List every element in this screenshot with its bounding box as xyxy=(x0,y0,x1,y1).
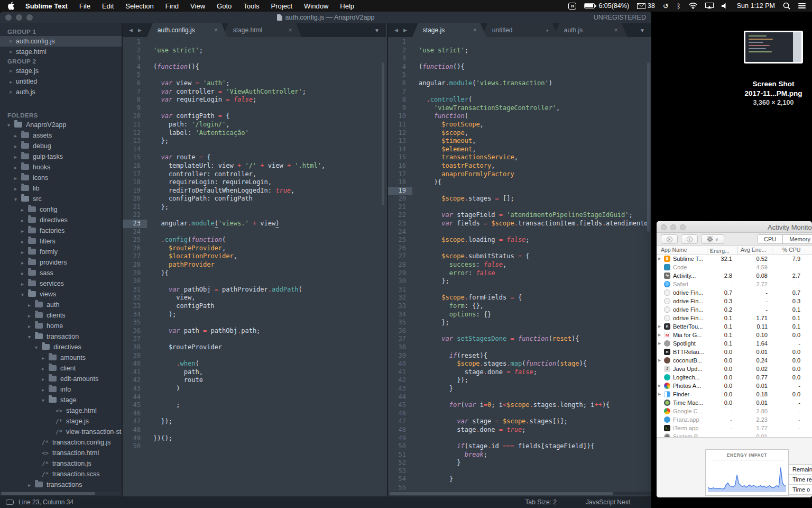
syntax-indicator[interactable]: JavaScript Next xyxy=(586,498,630,506)
disclosure-closed-icon[interactable]: ▸ xyxy=(14,141,20,152)
tab-stage.html[interactable]: stage.html× xyxy=(223,23,302,37)
menu-item-selection[interactable]: Selection xyxy=(119,2,159,10)
chevron-down-icon[interactable]: ▼ xyxy=(640,23,651,37)
tree-item-transaction[interactable]: ▾transaction xyxy=(0,331,122,342)
am-inspect-button[interactable]: i xyxy=(681,234,698,244)
disclosure-closed-icon[interactable]: ▸ xyxy=(42,364,48,374)
arrow-right-icon[interactable]: ▶ xyxy=(138,28,142,33)
tree-item-home[interactable]: ▸home xyxy=(0,321,122,331)
tab-cpu[interactable]: CPU xyxy=(758,235,782,243)
am-process-row[interactable]: Safari-2.72- xyxy=(657,280,812,288)
am-disclosure-icon[interactable]: ▶ xyxy=(658,324,661,329)
editor-left[interactable]: 12'use strict';34(function(){56 var view… xyxy=(123,37,386,496)
menu-item-tools[interactable]: Tools xyxy=(237,2,265,10)
disclosure-closed-icon[interactable]: ▸ xyxy=(42,385,48,395)
panel-toggle-icon[interactable] xyxy=(6,500,14,505)
time-machine-icon[interactable]: ↺ xyxy=(663,2,669,10)
am-process-row[interactable]: ▶SSublime T...32.10.527.9 xyxy=(657,255,812,263)
disclosure-open-icon[interactable]: ▾ xyxy=(7,120,13,131)
disclosure-closed-icon[interactable]: ▸ xyxy=(28,321,34,332)
disclosure-open-icon[interactable]: ▾ xyxy=(28,332,34,342)
right-vscrollbar[interactable] xyxy=(647,62,650,232)
right-hscrollbar[interactable] xyxy=(388,492,651,495)
am-process-row[interactable]: odrive Fin...0.7-0.7 xyxy=(657,288,812,297)
tree-item-icons[interactable]: ▸icons xyxy=(0,173,122,183)
am-process-row[interactable]: System P...-0.01- xyxy=(657,432,812,437)
am-process-row[interactable]: Time Mac...0.00.01- xyxy=(657,398,812,407)
tree-item-gulp-tasks[interactable]: ▸gulp-tasks xyxy=(0,151,122,162)
tree-item-sass[interactable]: ▸sass xyxy=(0,268,122,278)
am-process-row[interactable]: odrive Fin...0.2-0.1 xyxy=(657,305,812,314)
disclosure-closed-icon[interactable]: ▸ xyxy=(42,353,48,364)
arrow-left-icon[interactable]: ◀ xyxy=(394,28,398,33)
disclosure-closed-icon[interactable]: ▸ xyxy=(14,131,20,141)
tree-item-transaction.js[interactable]: /*transaction.js xyxy=(0,458,122,469)
tree-item-hooks[interactable]: ▸hooks xyxy=(0,162,122,173)
am-disclosure-icon[interactable]: ▶ xyxy=(658,341,661,346)
close-icon[interactable]: × xyxy=(289,26,292,34)
tree-item-stage.js[interactable]: /*stage.js xyxy=(0,416,122,427)
tree-item-services[interactable]: ▸services xyxy=(0,278,122,289)
menu-app-name[interactable]: Sublime Text xyxy=(20,2,73,10)
tree-item-clients[interactable]: ▸clients xyxy=(0,310,122,321)
am-disclosure-icon[interactable]: ▶ xyxy=(658,392,661,396)
tree-item-formly[interactable]: ▸formly xyxy=(0,247,122,257)
disclosure-closed-icon[interactable]: ▸ xyxy=(14,152,20,162)
battery-indicator[interactable]: 6:05(84%) xyxy=(584,2,629,10)
tab-size-indicator[interactable]: Tab Size: 2 xyxy=(525,498,557,506)
tree-item-transaction.html[interactable]: <>transaction.html xyxy=(0,448,122,458)
disclosure-closed-icon[interactable]: ▸ xyxy=(21,258,27,268)
notification-center-icon[interactable] xyxy=(798,2,806,10)
tree-item-src[interactable]: ▾src xyxy=(0,194,122,204)
disclosure-closed-icon[interactable]: ▸ xyxy=(21,226,27,237)
menu-item-view[interactable]: View xyxy=(184,2,211,10)
open-file-stage.html[interactable]: ×stage.html xyxy=(0,47,122,57)
disclosure-closed-icon[interactable]: ▸ xyxy=(21,247,27,258)
disclosure-closed-icon[interactable]: ▸ xyxy=(21,215,27,226)
tree-item-stage[interactable]: ▾stage xyxy=(0,395,122,405)
tree-item-lib[interactable]: ▸lib xyxy=(0,183,122,194)
am-process-row[interactable]: ▶coconutB...0.00.240.0 xyxy=(657,356,812,365)
am-process-row[interactable]: JJava Upd...0.00.020.0 xyxy=(657,365,812,373)
tab-stage.js[interactable]: stage.js× xyxy=(412,23,486,37)
am-process-row[interactable]: ▶nBetterTou...0.10.110.1 xyxy=(657,322,812,331)
am-table-header[interactable]: App Name Energ... ∨ Avg Ene... % CPU xyxy=(657,246,812,255)
disclosure-closed-icon[interactable]: ▸ xyxy=(14,184,20,194)
tree-item-transaction.scss[interactable]: /*transaction.scss xyxy=(0,469,122,479)
tree-item-transaction.config.js[interactable]: /*transaction.config.js xyxy=(0,437,122,448)
am-process-row[interactable]: Google C...-2.80- xyxy=(657,407,812,415)
am-titlebar[interactable]: Activity Monitor xyxy=(657,221,812,233)
close-icon[interactable]: × xyxy=(473,26,477,34)
tab-untitled[interactable]: untitled● xyxy=(482,23,558,37)
am-process-row[interactable]: odrive Fin...0.3-0.3 xyxy=(657,297,812,305)
bettertouchtool-icon[interactable]: n xyxy=(568,3,576,10)
spotlight-icon[interactable] xyxy=(783,2,790,10)
menu-item-find[interactable]: Find xyxy=(160,2,184,10)
tree-item-info[interactable]: ▸info xyxy=(0,384,122,395)
tree-item-amounts[interactable]: ▸amounts xyxy=(0,352,122,363)
close-icon[interactable]: × xyxy=(614,26,618,34)
am-process-row[interactable]: Code-4.59- xyxy=(657,263,812,271)
am-process-row[interactable]: ▶Spotlight0.11.64- xyxy=(657,339,812,348)
am-process-row[interactable]: Franz.app-2.23- xyxy=(657,415,812,424)
tree-item-directives[interactable]: ▾directives xyxy=(0,342,122,352)
am-process-row[interactable]: ▶MMia for G...0.10.100.0 xyxy=(657,331,812,339)
tree-item-factories[interactable]: ▸factories xyxy=(0,225,122,236)
am-disclosure-icon[interactable]: ▶ xyxy=(658,333,661,337)
close-icon[interactable]: × xyxy=(7,87,14,97)
menu-item-project[interactable]: Project xyxy=(265,2,298,10)
menu-item-edit[interactable]: Edit xyxy=(96,2,119,10)
tree-item-assets[interactable]: ▸assets xyxy=(0,130,122,141)
disclosure-closed-icon[interactable]: ▸ xyxy=(21,279,27,289)
disclosure-closed-icon[interactable]: ▸ xyxy=(28,311,34,321)
editor-right[interactable]: 12'use strict';34(function(){56angular.m… xyxy=(388,37,651,496)
arrow-right-icon[interactable]: ▶ xyxy=(403,28,407,33)
am-process-row[interactable]: odrive Fin...0.11.710.1 xyxy=(657,314,812,322)
menu-item-goto[interactable]: Goto xyxy=(211,2,237,10)
am-close-button[interactable] xyxy=(661,224,667,230)
apple-menu[interactable] xyxy=(0,2,20,10)
disclosure-open-icon[interactable]: ▾ xyxy=(42,395,48,406)
disclosure-closed-icon[interactable]: ▸ xyxy=(14,173,20,184)
disclosure-closed-icon[interactable]: ▸ xyxy=(28,480,34,491)
tree-item-view-transaction-stage[interactable]: /*view-transaction-stage xyxy=(0,427,122,437)
